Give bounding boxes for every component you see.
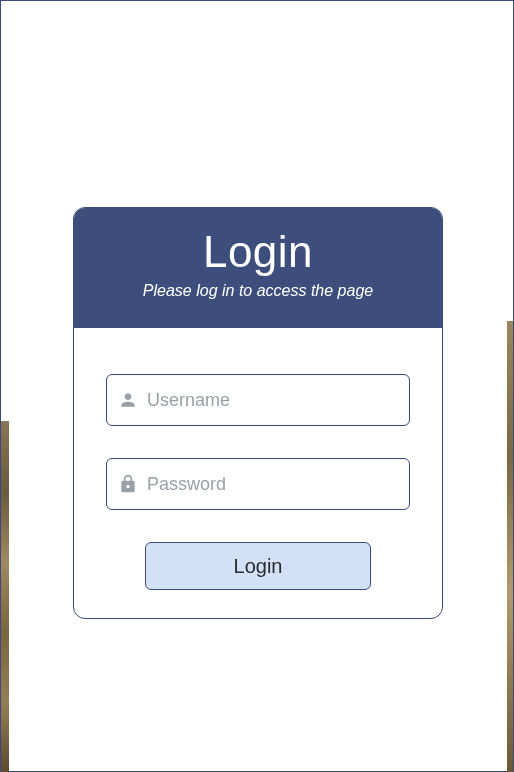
login-card-header: Login Please log in to access the page <box>74 208 442 328</box>
username-input[interactable] <box>106 374 410 426</box>
login-card-body: Login <box>74 328 442 618</box>
password-input[interactable] <box>106 458 410 510</box>
background-decoration-left <box>1 421 9 772</box>
login-card: Login Please log in to access the page <box>73 207 443 619</box>
username-field-wrapper <box>106 374 410 426</box>
login-title: Login <box>94 228 422 276</box>
password-field-wrapper <box>106 458 410 510</box>
login-button[interactable]: Login <box>145 542 371 590</box>
user-icon <box>118 390 138 410</box>
background-decoration-right <box>507 321 513 772</box>
login-subtitle: Please log in to access the page <box>94 282 422 300</box>
lock-icon <box>118 474 138 494</box>
page-frame: Login Please log in to access the page <box>0 0 514 772</box>
login-button-row: Login <box>106 542 410 590</box>
